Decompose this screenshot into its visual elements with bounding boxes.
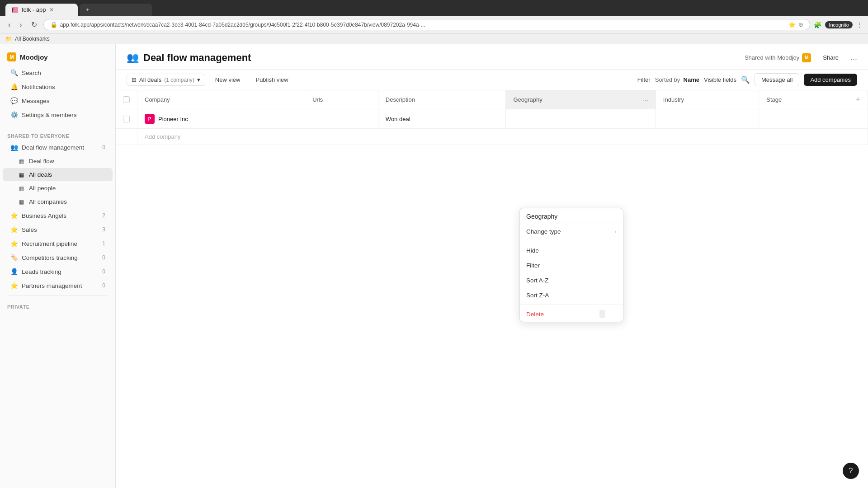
context-menu-item-change-type[interactable]: Change type ›: [520, 224, 623, 239]
toolbar: ⊞ All deals (1 company) ▾ New view Publi…: [116, 70, 868, 90]
sidebar-item-sales[interactable]: ⭐ Sales 3: [3, 223, 113, 236]
sidebar-logo[interactable]: M Moodjoy: [0, 48, 115, 66]
context-menu-item-filter[interactable]: Filter: [520, 258, 623, 273]
geography-more-icon[interactable]: ···: [643, 96, 648, 103]
view-selector[interactable]: ⊞ All deals (1 company) ▾: [127, 74, 205, 86]
publish-view-button[interactable]: Publish view: [250, 74, 293, 85]
context-menu-item-delete[interactable]: Delete: [520, 307, 623, 322]
sidebar-item-label: Partners management: [22, 282, 99, 289]
sidebar-item-count: 0: [102, 144, 105, 150]
urls-cell[interactable]: [305, 109, 378, 129]
browser-nav: ‹ › ↻ 🔒 app.folk.app/apps/contacts/netwo…: [0, 16, 868, 34]
bookmarks-bar: 📁 All Bookmarks: [0, 34, 868, 44]
sidebar-item-label: Notifications: [22, 84, 105, 90]
context-menu-header: [520, 208, 623, 224]
all-companies-icon: ▦: [17, 199, 25, 205]
context-menu-divider-1: [520, 241, 623, 241]
share-button[interactable]: Share: [816, 52, 845, 64]
sidebar-item-count: 3: [102, 226, 105, 233]
add-company-row[interactable]: Add company: [116, 129, 868, 145]
context-menu-item-sort-za[interactable]: Sort Z-A: [520, 288, 623, 303]
sidebar-item-notifications[interactable]: 🔔 Notifications: [3, 80, 113, 94]
reload-button[interactable]: ↻: [28, 19, 40, 31]
sorted-by-value: Name: [684, 76, 699, 83]
add-company-cell[interactable]: Add company: [137, 129, 868, 145]
sidebar-item-label: Messages: [22, 98, 105, 104]
sidebar-item-competitors[interactable]: 🏷️ Competitors tracking 0: [3, 251, 113, 264]
delete-label: Delete: [526, 311, 544, 318]
industry-column-header: Industry: [656, 90, 759, 109]
stage-header-label: Stage: [766, 96, 782, 103]
description-column-header: Description: [378, 90, 506, 109]
stage-column-header: Stage +: [759, 90, 868, 109]
context-menu-item-hide[interactable]: Hide: [520, 243, 623, 258]
view-count: (1 company): [164, 77, 194, 83]
context-menu-item-sort-az[interactable]: Sort A-Z: [520, 273, 623, 288]
new-tab-icon: +: [86, 6, 90, 13]
sidebar-item-label: Sales: [22, 226, 99, 233]
share-avatar: M: [802, 53, 811, 62]
sidebar-item-all-companies[interactable]: ▦ All companies: [3, 195, 113, 208]
search-icon: 🔍: [10, 69, 18, 76]
shared-section-title: Shared to everyone: [0, 128, 115, 141]
table-row: P Pioneer Inc Won deal: [116, 109, 868, 129]
sidebar-item-deal-flow[interactable]: ▦ Deal flow: [3, 155, 113, 168]
urls-header-label: Urls: [312, 96, 323, 103]
sidebar-item-deal-flow-management[interactable]: 👥 Deal flow management 0: [3, 141, 113, 154]
deal-flow-icon: ▦: [17, 158, 25, 164]
sidebar-item-settings[interactable]: ⚙️ Settings & members: [3, 108, 113, 122]
sidebar-item-count: 1: [102, 240, 105, 247]
sidebar-item-recruitment[interactable]: ⭐ Recruitment pipeline 1: [3, 237, 113, 250]
sidebar-item-label: All companies: [29, 198, 105, 205]
visible-fields-button[interactable]: Visible fields: [704, 76, 736, 83]
add-column-button[interactable]: +: [855, 95, 860, 104]
select-all-checkbox[interactable]: [123, 96, 130, 103]
add-companies-button[interactable]: Add companies: [804, 74, 857, 86]
geography-column-header[interactable]: Geography ···: [506, 90, 656, 109]
address-bar[interactable]: 🔒 app.folk.app/apps/contacts/network/cca…: [43, 19, 811, 30]
settings-icon: ⚙️: [10, 111, 18, 118]
company-avatar: P: [145, 114, 155, 124]
sidebar: M Moodjoy 🔍 Search 🔔 Notifications 💬 Mes…: [0, 44, 116, 488]
new-tab-button[interactable]: +: [80, 4, 152, 16]
industry-cell: [656, 109, 759, 129]
back-button[interactable]: ‹: [5, 19, 13, 31]
description-header-label: Description: [386, 96, 415, 103]
active-tab[interactable]: f folk - app ✕: [5, 4, 78, 16]
tab-close-button[interactable]: ✕: [49, 7, 54, 13]
sidebar-item-messages[interactable]: 💬 Messages: [3, 94, 113, 108]
page-more-button[interactable]: ...: [850, 53, 857, 62]
sidebar-item-all-deals[interactable]: ▦ All deals: [3, 168, 113, 181]
search-icon-button[interactable]: 🔍: [741, 75, 750, 84]
logo-icon: M: [7, 52, 16, 61]
page-title-area: 👥 Deal flow management: [127, 52, 251, 64]
sidebar-item-leads[interactable]: 👤 Leads tracking 0: [3, 265, 113, 278]
tab-title: folk - app: [22, 6, 46, 13]
row-checkbox[interactable]: [123, 116, 130, 122]
sidebar-divider-2: [7, 296, 108, 296]
menu-icon[interactable]: ⋮: [856, 21, 863, 28]
bookmarks-label: All Bookmarks: [15, 36, 50, 42]
forward-button[interactable]: ›: [17, 19, 24, 31]
context-menu-search-input[interactable]: [526, 213, 617, 220]
shared-with-label: Shared with Moodjoy: [745, 54, 799, 61]
sidebar-item-search[interactable]: 🔍 Search: [3, 66, 113, 80]
sidebar-item-partners[interactable]: ⭐ Partners management 0: [3, 279, 113, 292]
browser-tabs: f folk - app ✕ +: [5, 4, 863, 16]
sidebar-item-label: Search: [22, 70, 105, 76]
company-cell: P Pioneer Inc: [137, 109, 305, 129]
new-view-button[interactable]: New view: [210, 74, 246, 85]
message-all-button[interactable]: Message all: [755, 73, 799, 86]
change-type-label: Change type: [526, 228, 561, 235]
sidebar-item-business-angels[interactable]: ⭐ Business Angels 2: [3, 209, 113, 222]
sidebar-item-label: Deal flow management: [22, 144, 99, 151]
filter-button[interactable]: Filter: [637, 76, 651, 83]
sorted-by-label: Sorted by: [655, 76, 680, 83]
sidebar-item-all-people[interactable]: ▦ All people: [3, 182, 113, 195]
sidebar-item-label: Competitors tracking: [22, 254, 99, 261]
cursor-indicator: [599, 310, 605, 318]
company-name[interactable]: Pioneer Inc: [158, 116, 188, 122]
all-deals-icon: ▦: [17, 172, 25, 178]
private-section-title: Private: [0, 299, 115, 311]
help-button[interactable]: ?: [843, 463, 859, 479]
